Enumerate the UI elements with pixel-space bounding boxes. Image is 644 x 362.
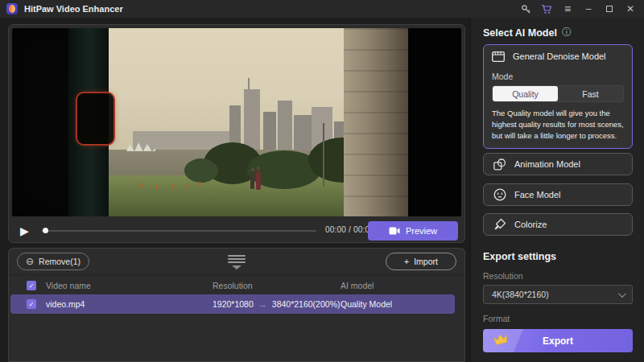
time-display: 00:00 / 00:05 <box>321 225 374 234</box>
import-label: Import <box>414 257 438 266</box>
column-resolution: Resolution <box>213 281 253 290</box>
export-label: Export <box>543 335 573 347</box>
face-icon <box>493 188 506 201</box>
titlebar: HitPaw Video Enhancer ≡ – ✕ <box>0 0 644 18</box>
license-key-icon[interactable] <box>515 0 536 18</box>
scene-bridge-pylon <box>344 28 408 216</box>
row-ai-model: Quality Model <box>341 299 392 309</box>
mode-option-fast[interactable]: Fast <box>558 86 623 101</box>
scene-right-bar <box>408 28 461 216</box>
face-model-button[interactable]: Face Model <box>483 183 633 206</box>
general-denoise-card: General Denoise Model Mode Quality Fast … <box>483 44 633 149</box>
arrow-right-icon: → <box>258 299 267 309</box>
mode-option-quality[interactable]: Quality <box>493 86 558 101</box>
resolution-value: 4K(3840*2160) <box>492 290 549 299</box>
select-all-checkbox[interactable]: ✓ <box>27 281 36 290</box>
row-checkbox[interactable]: ✓ <box>27 299 36 309</box>
maximize-button[interactable] <box>599 0 620 18</box>
chevron-down-icon <box>232 265 242 269</box>
mode-description: The Quality model will give you the high… <box>492 108 624 141</box>
list-toolbar: ⊖ Remove(1) + Import <box>9 249 464 275</box>
ai-model-panel: Select AI Model ⓘ General Denoise Model … <box>470 18 644 362</box>
collapse-panel-handle[interactable] <box>227 255 246 269</box>
resolution-label: Resolution <box>483 271 523 281</box>
column-ai-model: AI model <box>341 281 374 290</box>
import-button[interactable]: + Import <box>386 253 456 270</box>
video-panel: ▶ 00:00 / 00:05 Preview <box>8 24 465 243</box>
video-preview <box>12 28 461 216</box>
window-title: HitPaw Video Enhancer <box>24 0 123 18</box>
format-label: Format <box>483 314 510 323</box>
cart-icon[interactable] <box>536 0 557 18</box>
mode-toggle: Quality Fast <box>492 85 624 102</box>
scene-person <box>250 171 254 189</box>
mode-label: Mode <box>492 72 632 81</box>
paint-brush-icon <box>493 218 506 231</box>
row-resolution: 1920*1080 → 3840*2160(200%) <box>213 299 340 309</box>
animation-icon <box>493 158 506 171</box>
film-icon <box>492 51 505 62</box>
select-ai-model-title: Select AI Model ⓘ <box>483 26 572 39</box>
minimize-button[interactable]: – <box>578 0 599 18</box>
info-icon[interactable]: ⓘ <box>562 26 572 39</box>
seek-handle[interactable] <box>43 228 48 233</box>
general-denoise-button[interactable]: General Denoise Model <box>484 45 632 68</box>
column-video-name: Video name <box>46 281 91 290</box>
row-video-name: video.mp4 <box>46 299 85 309</box>
remove-button[interactable]: ⊖ Remove(1) <box>17 253 89 270</box>
maximize-icon <box>606 6 613 12</box>
preview-button[interactable]: Preview <box>368 221 458 241</box>
denoise-card-title: General Denoise Model <box>513 51 606 61</box>
plus-icon: + <box>404 257 409 266</box>
play-button[interactable]: ▶ <box>20 223 29 239</box>
player-controls: ▶ 00:00 / 00:05 Preview <box>9 220 464 242</box>
circle-minus-icon: ⊖ <box>26 256 34 267</box>
crown-icon <box>492 331 510 348</box>
app-window: HitPaw Video Enhancer ≡ – ✕ <box>0 0 644 362</box>
export-button[interactable]: Export <box>483 329 633 352</box>
table-row[interactable]: ✓ video.mp4 1920*1080 → 3840*2160(200%) … <box>10 294 455 314</box>
close-button[interactable]: ✕ <box>620 0 641 18</box>
seek-slider[interactable] <box>41 230 316 232</box>
colorize-button[interactable]: Colorize <box>483 213 633 236</box>
animation-model-button[interactable]: Animation Model <box>483 153 633 175</box>
chevron-down-icon <box>618 290 626 298</box>
menu-icon[interactable]: ≡ <box>557 0 578 18</box>
remove-label: Remove(1) <box>39 257 80 266</box>
file-list-panel: ⊖ Remove(1) + Import ✓ Video name Resolu… <box>8 248 465 362</box>
export-settings-title: Export settings <box>483 251 556 262</box>
app-logo-icon <box>6 3 18 14</box>
table-header: ✓ Video name Resolution AI model <box>9 275 464 296</box>
denoise-region-marker[interactable] <box>76 92 115 146</box>
resolution-dropdown[interactable]: 4K(3840*2160) <box>483 285 633 304</box>
video-camera-icon <box>389 227 400 235</box>
scene-light-pole <box>323 123 324 186</box>
preview-label: Preview <box>406 226 437 236</box>
scene-person <box>256 170 261 190</box>
